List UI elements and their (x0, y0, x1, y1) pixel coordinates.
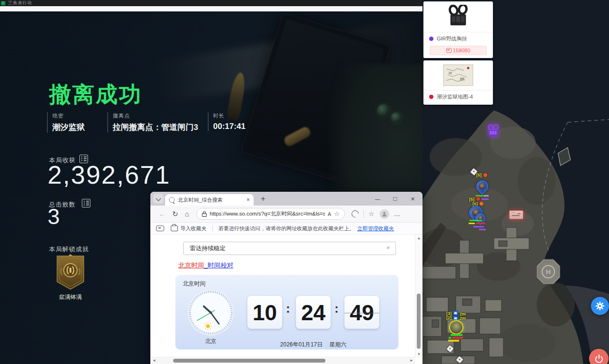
chevron-down-icon (156, 196, 161, 201)
back-icon[interactable]: ← (158, 210, 166, 218)
extraction-point-value: 拉闸撤离点：管道闸门3 (113, 122, 198, 133)
local-player-avatar-marker (449, 320, 463, 334)
favorites-bar-icon[interactable] (156, 226, 164, 231)
close-button[interactable]: × (404, 192, 422, 206)
rarity-dot-purple (429, 37, 433, 41)
scroll-down-icon[interactable]: ▼ (415, 352, 422, 356)
person-icon (382, 211, 387, 217)
profile-avatar[interactable] (380, 209, 389, 219)
new-tab-button[interactable]: + (258, 194, 268, 204)
favorites-list-icon[interactable]: ☆ (369, 210, 374, 217)
clock-widget-title: 北京时间 (183, 280, 206, 288)
loot-image-map-document (423, 60, 493, 90)
scroll-right-icon[interactable]: ► (410, 358, 413, 363)
teammate-status-icon (453, 311, 458, 315)
harvest-value: 2,392,671 (48, 160, 170, 189)
shield-bar (473, 226, 484, 227)
search-result-link[interactable]: 北京时间_时间校对 (178, 261, 234, 270)
stamina-bar (448, 340, 459, 342)
clock-city-label: 北京 (187, 337, 234, 345)
toolbar-separator (363, 210, 364, 218)
favorites-bar: 导入收藏夹 若要进行快速访问，请将你的网址收藏放在此收藏夹栏上。 立即管理收藏夹 (150, 223, 422, 235)
browser-tab-active[interactable]: 北京时间_综合搜索 × (165, 194, 254, 206)
analog-clock (187, 289, 234, 336)
refresh-icon[interactable]: ↻ (172, 210, 178, 218)
extraction-point-label: 撤离点 (113, 112, 198, 119)
import-favorites-button[interactable]: 导入收藏夹 (180, 225, 206, 232)
sun-icon (206, 325, 210, 328)
add-favorite-star-icon[interactable]: ☆ (334, 210, 340, 217)
damage-bar (452, 337, 463, 339)
loot-item-name: GIR野战胸挂 (437, 35, 467, 42)
address-bar[interactable]: https://www.so.com/s?q=北京时间&src=lm&ls=sm… (196, 208, 345, 220)
enemy-dot-marker (479, 201, 484, 206)
page-search-input[interactable] (183, 242, 396, 255)
shield-bar (481, 198, 489, 200)
tab-title: 北京时间_综合搜索 (178, 197, 243, 204)
secrecy-label: 绝密 (52, 112, 85, 119)
clock-colon: : (286, 301, 290, 316)
browser-essentials-icon[interactable] (350, 209, 360, 219)
horizontal-scrollbar[interactable]: ◄ ► (150, 357, 415, 364)
maximize-button[interactable]: □ (386, 192, 404, 206)
vertical-scroll-thumb[interactable] (417, 294, 421, 349)
clear-input-icon[interactable]: × (386, 244, 390, 251)
settings-more-icon[interactable]: … (394, 210, 400, 217)
helipad-letter: H (546, 268, 550, 275)
currency-icon (446, 48, 452, 53)
scroll-left-icon[interactable]: ◄ (152, 358, 156, 363)
kills-detail-list-icon[interactable] (82, 199, 90, 207)
loot-card-chest-rig[interactable]: GIR野战胸挂 158080 (423, 1, 493, 58)
clock-date: 2026年01月17日 (280, 341, 323, 348)
teammate-tag-label: [2] (446, 315, 452, 320)
settings-fab-button[interactable] (591, 297, 609, 315)
clock-colon: : (334, 301, 339, 316)
map-item-chest-rig-icon (486, 124, 501, 141)
read-aloud-icon[interactable]: A (328, 211, 331, 217)
loot-image-chest-rig (423, 1, 493, 32)
shield-bar (479, 229, 486, 230)
favorites-hint-text: 若要进行快速访问，请将你的网址收藏放在此收藏夹栏上。 (218, 225, 354, 232)
flip-seam (344, 313, 379, 314)
vertical-scrollbar[interactable]: ▲ ▼ (415, 235, 422, 357)
extraction-point-group: 撤离点 拉闸撤离点：管道闸门3 (108, 112, 198, 133)
gear-icon (595, 301, 605, 311)
map-name-value: 潮汐监狱 (52, 122, 85, 133)
loot-card-map-document[interactable]: 潮汐监狱地图-4 (423, 60, 493, 105)
flip-tile-minutes: 24 (296, 296, 331, 329)
game-window-title: 三角洲行动 (8, 0, 32, 6)
search-favicon-icon (169, 197, 175, 203)
map-item-document-icon (509, 210, 523, 219)
tab-strip: 北京时间_综合搜索 × + — □ × (150, 192, 422, 206)
squad-number-label: [5] (469, 197, 474, 202)
duration-label: 时长 (213, 112, 246, 119)
rarity-dot-red (429, 95, 433, 99)
achievement-section-label: 本局解锁成就 (49, 245, 89, 254)
damage-bar (476, 223, 485, 224)
armor-bar (483, 195, 489, 197)
tab-close-button[interactable]: × (246, 197, 250, 203)
squad-number-label: [5] (476, 173, 481, 177)
health-bar (470, 220, 482, 221)
nvg-lens-icon (391, 112, 402, 123)
browser-toolbar: ← ↻ ⌂ https://www.so.com/s?q=北京时间&src=lm… (150, 206, 422, 223)
search-results-page: × 北京时间_时间校对 北京时间 (150, 235, 422, 364)
horizontal-scroll-thumb[interactable] (173, 359, 325, 363)
result-link-visited[interactable]: 北京时间 (178, 262, 204, 269)
flip-tile-hours: 10 (247, 296, 282, 329)
loot-price-value: 158080 (453, 48, 471, 53)
tab-search-chevron-button[interactable] (153, 194, 164, 204)
import-folder-icon (171, 226, 178, 231)
mission-secrecy-group: 绝密 潮汐监狱 (47, 112, 85, 133)
health-bar (451, 334, 462, 336)
home-icon[interactable]: ⌂ (185, 210, 189, 218)
minimize-button[interactable]: — (369, 192, 386, 206)
manage-favorites-link[interactable]: 立即管理收藏夹 (357, 225, 394, 232)
duration-group: 时长 00:17:41 (208, 112, 246, 131)
clock-date-row: 2026年01月17日星期六 (247, 341, 379, 349)
edge-browser-window: 北京时间_综合搜索 × + — □ × ← ↻ ⌂ https://www.so… (150, 192, 422, 364)
result-link-fresh[interactable]: _时间校对 (204, 262, 234, 269)
distance-label: 2m (460, 316, 466, 321)
kills-value: 3 (48, 204, 61, 229)
scroll-up-icon[interactable]: ▲ (415, 236, 422, 240)
